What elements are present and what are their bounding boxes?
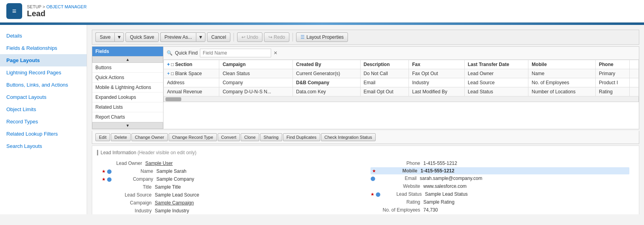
sidebar-item-compact-layouts[interactable]: Compact Layouts	[0, 91, 87, 103]
value-lead-owner[interactable]: Sample User	[145, 161, 173, 166]
cell-annual-revenue[interactable]: Annual Revenue	[164, 87, 219, 96]
sidebar-item-page-layouts[interactable]: Page Layouts	[0, 54, 87, 66]
quick-save-button[interactable]: Quick Save	[125, 32, 158, 42]
cell-fax-opt-out[interactable]: Fax Opt Out	[409, 69, 464, 78]
cell-section[interactable]: +□ Section	[164, 60, 219, 69]
cell-description[interactable]: Description	[360, 60, 409, 69]
undo-button[interactable]: ↩ Undo	[237, 32, 262, 42]
sidebar-item-lightning-record-pages[interactable]: Lightning Record Pages	[0, 66, 87, 79]
cell-blank-space[interactable]: +□ Blank Space	[164, 69, 219, 78]
sidebar-item-buttons-links-actions[interactable]: Buttons, Links, and Actions	[0, 79, 87, 91]
check-integration-status-button[interactable]: Check Integration Status	[321, 133, 376, 141]
cell-phone[interactable]: Phone	[595, 60, 629, 69]
change-record-type-button[interactable]: Change Record Type	[169, 133, 217, 141]
cell-primary[interactable]: Primary	[595, 69, 629, 78]
scroll-up-button[interactable]: ▲	[92, 56, 163, 63]
field-company: ★ ⬤ Company Sample Company	[102, 175, 361, 183]
cell-lead-owner[interactable]: Lead Owner	[464, 69, 528, 78]
cell-product-i[interactable]: Product I	[595, 78, 629, 87]
cell-last-modified-by[interactable]: Last Modified By	[409, 87, 464, 96]
fields-panel: Fields ▲ Buttons Quick Actions Mobile & …	[92, 47, 163, 129]
label-lead-source: Lead Source	[111, 192, 155, 198]
sidebar-item-details[interactable]: Details	[0, 30, 87, 42]
panel-item-buttons[interactable]: Buttons	[92, 63, 163, 73]
cell-industry[interactable]: Industry	[409, 78, 464, 87]
cell-rating[interactable]: Rating	[595, 87, 629, 96]
toolbar: Save ▼ Quick Save Preview As... ▼ Cancel…	[92, 30, 639, 45]
info-icon-company: ⬤	[107, 177, 112, 182]
cell-mobile[interactable]: Mobile	[528, 60, 596, 69]
cell-last-transfer-date[interactable]: Last Transfer Date	[464, 60, 528, 69]
horizontal-scrollbar[interactable]	[163, 96, 639, 102]
scroll-down-button[interactable]: ▼	[92, 122, 163, 129]
info-icon-name: ⬤	[107, 169, 112, 174]
cell-created-by[interactable]: Created By	[293, 60, 361, 69]
cell-company[interactable]: Company	[219, 78, 293, 87]
cell-db-company[interactable]: D&B Company	[293, 78, 361, 87]
panel-item-mobile-lightning[interactable]: Mobile & Lightning Actions	[92, 83, 163, 93]
undo-icon: ↩	[241, 34, 245, 40]
sidebar-item-fields-relationships[interactable]: Fields & Relationships	[0, 42, 87, 54]
find-duplicates-button[interactable]: Find Duplicates	[283, 133, 320, 141]
save-dropdown-button[interactable]: ▼	[114, 32, 124, 42]
cell-current-generator[interactable]: Current Generator(s)	[293, 69, 361, 78]
breadcrumb-object-manager[interactable]: OBJECT MANAGER	[46, 4, 87, 9]
sidebar-item-object-limits[interactable]: Object Limits	[0, 103, 87, 115]
value-phone: 1-415-555-1212	[424, 161, 457, 166]
cell-number-locations[interactable]: Number of Locations	[528, 87, 596, 96]
field-title: Title Sample Title	[102, 183, 361, 191]
quick-find-input[interactable]	[200, 49, 271, 57]
field-lead-source: Lead Source Sample Lead Source	[102, 191, 361, 199]
breadcrumb-sep: >	[43, 4, 46, 9]
sidebar-item-search-layouts[interactable]: Search Layouts	[0, 140, 87, 152]
cell-name[interactable]: Name	[528, 69, 596, 78]
cell-company-duns[interactable]: Company D-U-N-S N...	[219, 87, 293, 96]
fields-panel-scroll: Buttons Quick Actions Mobile & Lightning…	[92, 63, 163, 122]
value-campaign[interactable]: Sample Campaign	[155, 200, 194, 206]
top-header: ≡ SETUP > OBJECT MANAGER Lead	[0, 0, 644, 23]
lead-col-left: Lead Owner Sample User ★ ⬤ Name Sample S…	[97, 159, 366, 214]
layout-properties-button[interactable]: ☰ Layout Properties	[296, 32, 348, 42]
cell-no-employees[interactable]: No. of Employees	[528, 78, 596, 87]
page-title: Lead	[27, 9, 87, 18]
lead-info-grid: Lead Owner Sample User ★ ⬤ Name Sample S…	[97, 159, 634, 214]
cancel-button[interactable]: Cancel	[207, 32, 230, 42]
cell-extra1	[630, 60, 639, 69]
cell-address[interactable]: Address	[164, 78, 219, 87]
cell-datacom-key[interactable]: Data.com Key	[293, 87, 361, 96]
panel-item-expanded-lookups[interactable]: Expanded Lookups	[92, 93, 163, 102]
cell-email[interactable]: Email	[360, 78, 409, 87]
cell-email-opt-out[interactable]: Email Opt Out	[360, 87, 409, 96]
fields-table: +□ Section Campaign Created By Descripti…	[163, 60, 639, 96]
cell-do-not-call[interactable]: Do Not Call	[360, 69, 409, 78]
delete-button[interactable]: Delete	[111, 133, 131, 141]
change-owner-button[interactable]: Change Owner	[131, 133, 168, 141]
label-phone: Phone	[380, 161, 424, 166]
convert-button[interactable]: Convert	[218, 133, 240, 141]
clear-search-icon[interactable]: ✕	[274, 50, 277, 56]
cell-fax[interactable]: Fax	[409, 60, 464, 69]
clone-button[interactable]: Clone	[241, 133, 259, 141]
lead-info-section: Lead Information (Header visible on edit…	[92, 146, 639, 214]
field-lead-status: ★ ⬤ Lead Status Sample Lead Status	[370, 190, 630, 198]
panel-item-quick-actions[interactable]: Quick Actions	[92, 73, 163, 83]
sidebar-item-related-lookup-filters[interactable]: Related Lookup Filters	[0, 128, 87, 140]
panel-item-report-charts[interactable]: Report Charts	[92, 112, 163, 122]
panel-item-related-lists[interactable]: Related Lists	[92, 102, 163, 112]
sidebar-item-record-types[interactable]: Record Types	[0, 115, 87, 128]
cell-lead-status[interactable]: Lead Status	[464, 87, 528, 96]
edit-button[interactable]: Edit	[95, 133, 110, 141]
preview-as-dropdown-button[interactable]: ▼	[196, 32, 205, 42]
redo-icon: ↪	[268, 34, 272, 40]
cell-campaign[interactable]: Campaign	[219, 60, 293, 69]
preview-as-button[interactable]: Preview As...	[160, 32, 196, 42]
cell-clean-status[interactable]: Clean Status	[219, 69, 293, 78]
sharing-button[interactable]: Sharing	[260, 133, 282, 141]
label-no-employees: No. of Employees	[380, 207, 424, 213]
redo-button[interactable]: ↪ Redo	[264, 32, 289, 42]
value-mobile: 1-415-555-1212	[421, 168, 454, 174]
label-lead-owner: Lead Owner	[102, 161, 145, 166]
cell-lead-source[interactable]: Lead Source	[464, 78, 528, 87]
save-button[interactable]: Save	[95, 32, 114, 42]
label-lead-status: Lead Status	[382, 191, 425, 197]
